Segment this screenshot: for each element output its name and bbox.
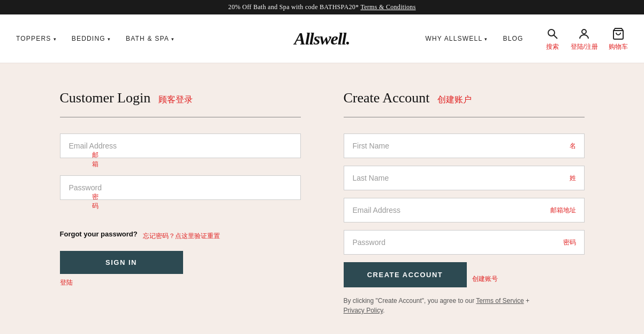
first-name-input[interactable] xyxy=(344,133,585,158)
navigation: TOPPERS ▾ BEDDING ▾ BATH & SPA ▾ Allswel… xyxy=(0,14,644,63)
chevron-down-icon: ▾ xyxy=(108,36,111,42)
create-email-group: 邮箱地址 xyxy=(344,198,585,222)
top-banner: 20% Off Bath and Spa with code BATHSPA20… xyxy=(0,0,644,14)
create-password-group: 密码 xyxy=(344,230,585,255)
chevron-down-icon: ▾ xyxy=(171,36,175,42)
last-name-input[interactable] xyxy=(344,166,585,190)
create-title: Create Account 创建账户 xyxy=(344,90,585,106)
nav-item-toppers[interactable]: TOPPERS ▾ xyxy=(16,35,57,42)
first-name-cn: 名 xyxy=(570,142,576,151)
password-cn-label: 密码 xyxy=(92,192,99,211)
cart-button[interactable]: 购物车 xyxy=(609,26,628,51)
sign-in-cn-label: 登陆 xyxy=(60,279,73,286)
create-divider xyxy=(344,117,585,117)
banner-link[interactable]: Terms & Conditions xyxy=(360,3,415,11)
search-icon xyxy=(545,26,560,41)
banner-text: 20% Off Bath and Spa with code BATHSPA20… xyxy=(228,3,359,11)
create-password-cn: 密码 xyxy=(563,238,576,247)
create-password-input[interactable] xyxy=(344,230,585,255)
login-title-cn: 顾客登录 xyxy=(158,95,193,104)
login-title: Customer Login 顾客登录 xyxy=(60,90,301,106)
nav-right-links: WHY ALLSWELL ▾ BLOG xyxy=(425,35,523,42)
account-button[interactable]: 登陆/注册 xyxy=(571,26,598,51)
chevron-down-icon: ▾ xyxy=(484,36,488,42)
nav-left: TOPPERS ▾ BEDDING ▾ BATH & SPA ▾ xyxy=(16,35,175,42)
first-name-group: 名 xyxy=(344,133,585,158)
svg-point-2 xyxy=(582,29,586,34)
forgot-password-row: Forgot your password? 忘记密码？点这里验证重置 xyxy=(60,224,301,249)
nav-right: WHY ALLSWELL ▾ BLOG 搜索 xyxy=(425,26,628,51)
sign-in-button[interactable]: SIGN IN xyxy=(60,251,183,274)
email-cn-label: 邮箱 xyxy=(92,151,99,169)
svg-line-1 xyxy=(554,35,557,39)
nav-item-bedding[interactable]: BEDDING ▾ xyxy=(72,35,111,42)
terms-text: By clicking "Create Account", you agree … xyxy=(344,296,569,315)
nav-item-bath-spa[interactable]: BATH & SPA ▾ xyxy=(126,35,175,42)
create-btn-row: CREATE ACCOUNT 创建账号 xyxy=(344,262,585,296)
cart-icon xyxy=(611,26,626,41)
login-divider xyxy=(60,117,301,117)
forgot-cn-label: 忘记密码？点这里验证重置 xyxy=(143,232,220,241)
cart-label-cn: 购物车 xyxy=(609,42,628,51)
create-email-cn: 邮箱地址 xyxy=(550,206,576,215)
last-name-group: 姓 xyxy=(344,166,585,190)
nav-item-why-allswell[interactable]: WHY ALLSWELL ▾ xyxy=(425,35,488,42)
account-icon xyxy=(577,26,592,41)
last-name-cn: 姓 xyxy=(570,174,576,183)
privacy-policy-link[interactable]: Privacy Policy xyxy=(344,307,383,314)
create-section: Create Account 创建账户 名 姓 邮箱地址 密码 CREATE A… xyxy=(344,90,585,315)
terms-of-service-link[interactable]: Terms of Service xyxy=(476,297,524,305)
login-section: Customer Login 顾客登录 邮箱 密码 Forgot your pa… xyxy=(60,90,301,315)
create-title-cn: 创建账户 xyxy=(437,95,472,104)
svg-point-0 xyxy=(548,29,555,36)
create-btn-cn: 创建账号 xyxy=(472,274,498,284)
chevron-down-icon: ▾ xyxy=(54,36,57,42)
forgot-password-label[interactable]: Forgot your password? xyxy=(60,230,138,238)
site-logo[interactable]: Allswell. xyxy=(294,29,350,49)
search-label-cn: 搜索 xyxy=(546,42,559,51)
search-button[interactable]: 搜索 xyxy=(545,26,560,51)
create-email-input[interactable] xyxy=(344,198,585,222)
main-content: Customer Login 顾客登录 邮箱 密码 Forgot your pa… xyxy=(28,63,617,334)
nav-item-blog[interactable]: BLOG xyxy=(503,35,524,42)
create-account-button[interactable]: CREATE ACCOUNT xyxy=(344,262,467,287)
account-label-cn: 登陆/注册 xyxy=(571,42,598,51)
